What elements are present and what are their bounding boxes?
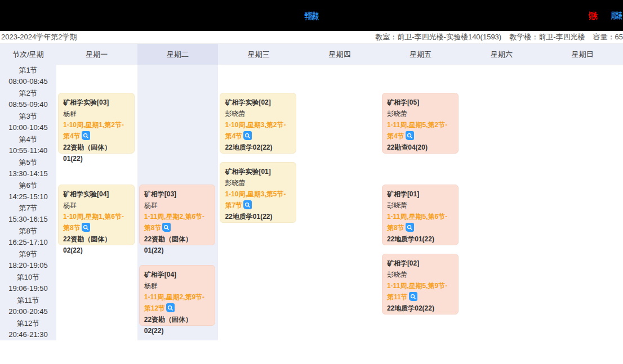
course-teacher: 彭晓蕾 bbox=[387, 269, 453, 280]
day-column-sunday bbox=[542, 65, 623, 340]
period-row: 第7节15:30-16:15 bbox=[0, 203, 56, 226]
course-teacher: 杨群 bbox=[63, 200, 130, 211]
day-header-sunday[interactable]: 星期日 bbox=[542, 44, 623, 65]
period-time: 19:06-19:50 bbox=[8, 283, 47, 294]
magnifier-icon[interactable] bbox=[243, 131, 252, 140]
capacity-label: 容量：65 bbox=[593, 33, 623, 41]
course-name: 矿相学实验[04] bbox=[63, 188, 130, 200]
timetable-header-row: 节次/星期 星期一 星期二 星期三 星期四 星期五 星期六 星期日 bbox=[0, 44, 623, 65]
course-class: 22勘查04(20) bbox=[387, 142, 453, 153]
course-name: 矿相学实验[01] bbox=[225, 166, 291, 177]
top-bar: 学期课表 切换:周课表 bbox=[0, 0, 623, 31]
course-schedule: 1-11周,星期2,第6节-第8节 bbox=[144, 213, 204, 232]
period-time: 20:46-21:30 bbox=[8, 329, 47, 340]
day-column-saturday bbox=[461, 65, 542, 340]
course-card[interactable]: 矿相学[03] 杨群 1-11周,星期2,第6节-第8节 22资勘（固体）01(… bbox=[139, 185, 216, 245]
semester-label: 2023-2024学年第2学期 bbox=[0, 32, 77, 42]
course-card[interactable]: 矿相学实验[03] 杨群 1-10周,星期1,第2节-第4节 22资勘（固体）0… bbox=[58, 93, 135, 154]
period-row: 第9节18:20-19:05 bbox=[0, 249, 56, 272]
magnifier-icon[interactable] bbox=[406, 223, 414, 232]
day-column-tuesday: 矿相学[03] 杨群 1-11周,星期2,第6节-第8节 22资勘（固体）01(… bbox=[137, 65, 219, 340]
magnifier-icon[interactable] bbox=[82, 131, 90, 140]
course-schedule: 1-10周,星期1,第6节-第8节 bbox=[63, 213, 124, 232]
switch-to-week-view-link[interactable]: 周课表 bbox=[611, 11, 622, 21]
period-time: 10:00-10:45 bbox=[8, 122, 47, 133]
day-column-monday: 矿相学实验[03] 杨群 1-10周,星期1,第2节-第4节 22资勘（固体）0… bbox=[56, 65, 137, 340]
period-label: 第3节 bbox=[19, 111, 37, 122]
course-card[interactable]: 矿相学[02] 彭晓蕾 1-11周,星期5,第9节-第11节 22地质学02(2… bbox=[382, 254, 459, 314]
period-row: 第12节20:46-21:30 bbox=[0, 317, 56, 340]
period-row: 第3节10:00-10:45 bbox=[0, 111, 56, 134]
period-label: 第7节 bbox=[19, 203, 37, 214]
timetable-body: 第1节08:00-08:45 第2节08:55-09:40 第3节10:00-1… bbox=[0, 65, 623, 340]
day-header-thursday[interactable]: 星期四 bbox=[299, 44, 380, 65]
period-time: 08:55-09:40 bbox=[8, 99, 47, 110]
day-header-monday[interactable]: 星期一 bbox=[56, 44, 137, 65]
period-time: 10:55-11:40 bbox=[9, 145, 47, 156]
course-class: 22资勘（固体）02(22) bbox=[144, 314, 211, 336]
course-card[interactable]: 矿相学[04] 杨群 1-11周,星期2,第9节-第12节 22资勘（固体）02… bbox=[139, 265, 216, 326]
course-schedule: 1-11周,星期5,第6节-第8节 bbox=[387, 213, 447, 232]
course-card[interactable]: 矿相学[05] 彭晓蕾 1-11周,星期5,第2节-第4节 22勘查04(20) bbox=[382, 93, 459, 154]
period-row: 第1节08:00-08:45 bbox=[0, 65, 56, 88]
magnifier-icon[interactable] bbox=[162, 223, 171, 232]
period-row: 第6节14:25-15:10 bbox=[0, 179, 56, 203]
course-card[interactable]: 矿相学实验[04] 杨群 1-10周,星期1,第6节-第8节 22资勘（固体）0… bbox=[58, 185, 135, 245]
period-row: 第8节16:25-17:10 bbox=[0, 226, 56, 249]
course-name: 矿相学[01] bbox=[387, 188, 453, 200]
magnifier-icon[interactable] bbox=[166, 303, 175, 312]
course-class: 22资勘（固体）02(22) bbox=[63, 233, 130, 256]
day-column-friday: 矿相学[05] 彭晓蕾 1-11周,星期5,第2节-第4节 22勘查04(20)… bbox=[380, 65, 461, 340]
timetable-page: 学期课表 切换:周课表 2023-2024学年第2学期 教室：前卫-李四光楼-实… bbox=[0, 0, 623, 364]
course-teacher: 杨群 bbox=[63, 108, 130, 119]
period-row: 第4节10:55-11:40 bbox=[0, 133, 56, 156]
course-class: 22资勘（固体）01(22) bbox=[63, 142, 130, 164]
course-class: 22地质学02(22) bbox=[225, 142, 291, 153]
info-bar: 2023-2024学年第2学期 教室：前卫-李四光楼-实验楼140(1593)教… bbox=[0, 31, 623, 44]
magnifier-icon[interactable] bbox=[82, 223, 90, 232]
course-schedule: 1-10周,星期3,第5节-第7节 bbox=[225, 190, 286, 209]
course-teacher: 彭晓蕾 bbox=[387, 108, 453, 119]
period-label: 第12节 bbox=[17, 318, 39, 329]
course-card[interactable]: 矿相学实验[02] 彭晓蕾 1-10周,星期3,第2节-第4节 22地质学02(… bbox=[220, 93, 296, 154]
course-schedule: 1-11周,星期5,第9节-第11节 bbox=[387, 282, 447, 301]
course-teacher: 杨群 bbox=[144, 200, 211, 211]
course-name: 矿相学[02] bbox=[387, 258, 453, 269]
period-time: 15:30-16:15 bbox=[8, 214, 47, 225]
magnifier-icon[interactable] bbox=[409, 292, 417, 301]
course-class: 22地质学01(22) bbox=[387, 233, 453, 245]
day-header-wednesday[interactable]: 星期三 bbox=[218, 44, 299, 65]
period-time: 16:25-17:10 bbox=[8, 237, 47, 248]
period-label: 第5节 bbox=[19, 157, 37, 168]
classroom-label: 教室：前卫-李四光楼-实验楼140(1593) bbox=[375, 33, 501, 41]
period-label: 第2节 bbox=[19, 88, 37, 99]
period-time: 18:20-19:05 bbox=[8, 260, 47, 271]
corner-header: 节次/星期 bbox=[0, 44, 56, 65]
period-row: 第10节19:06-19:50 bbox=[0, 271, 56, 294]
period-time: 13:30-14:15 bbox=[8, 168, 47, 179]
course-name: 矿相学[04] bbox=[144, 269, 211, 280]
course-teacher: 彭晓蕾 bbox=[225, 177, 291, 188]
period-label: 第11节 bbox=[17, 295, 39, 306]
magnifier-icon[interactable] bbox=[243, 200, 252, 209]
period-row: 第5节13:30-14:15 bbox=[0, 156, 56, 179]
period-row: 第2节08:55-09:40 bbox=[0, 88, 56, 111]
course-class: 22地质学01(22) bbox=[225, 211, 291, 222]
period-row: 第11节20:00-20:45 bbox=[0, 294, 56, 317]
day-header-saturday[interactable]: 星期六 bbox=[461, 44, 542, 65]
day-header-friday[interactable]: 星期五 bbox=[380, 44, 461, 65]
day-header-tuesday[interactable]: 星期二 bbox=[137, 44, 219, 65]
period-label: 第1节 bbox=[19, 65, 37, 76]
magnifier-icon[interactable] bbox=[406, 131, 414, 140]
period-time: 08:00-08:45 bbox=[8, 76, 47, 87]
period-label: 第10节 bbox=[17, 272, 39, 283]
course-schedule: 1-10周,星期3,第2节-第4节 bbox=[225, 121, 286, 140]
course-card[interactable]: 矿相学[01] 彭晓蕾 1-11周,星期5,第6节-第8节 22地质学01(22… bbox=[382, 185, 459, 245]
course-teacher: 杨群 bbox=[144, 280, 211, 291]
day-column-thursday bbox=[299, 65, 380, 340]
course-card[interactable]: 矿相学实验[01] 彭晓蕾 1-10周,星期3,第5节-第7节 22地质学01(… bbox=[220, 162, 296, 223]
page-title: 学期课表 bbox=[0, 11, 623, 23]
period-time: 20:00-20:45 bbox=[8, 306, 47, 317]
course-teacher: 彭晓蕾 bbox=[225, 108, 291, 119]
course-name: 矿相学[03] bbox=[144, 188, 211, 200]
